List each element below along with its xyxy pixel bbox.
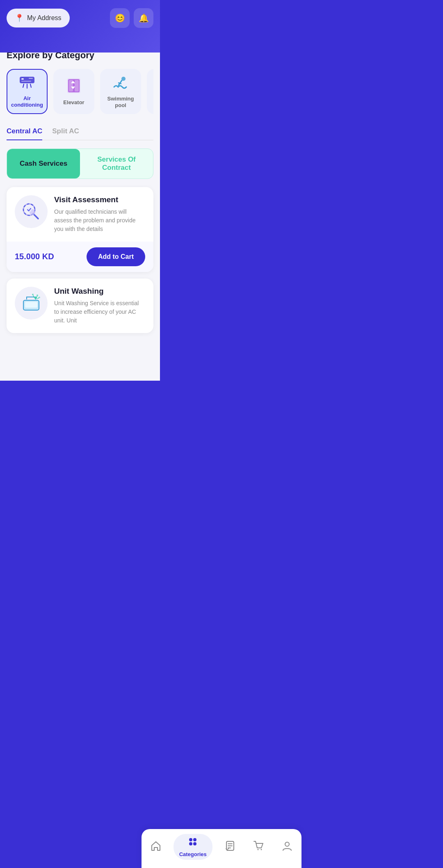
- svg-point-24: [37, 295, 38, 296]
- svg-point-26: [39, 297, 40, 298]
- visit-assessment-footer: 15.000 KD Add to Cart: [7, 242, 153, 272]
- support-icon: 😊: [115, 13, 125, 23]
- svg-rect-2: [21, 81, 31, 82]
- header-actions: 😊 🔔: [110, 8, 153, 28]
- main-content: Explore by Category Air conditioning: [0, 40, 160, 381]
- header: 📍 My Address 😊 🔔: [0, 0, 160, 53]
- address-label: My Address: [27, 14, 62, 22]
- support-button[interactable]: 😊: [110, 8, 130, 28]
- elevator-label: Elevator: [63, 99, 84, 106]
- visit-assessment-body: Visit Assessment Our qualified technicia…: [7, 187, 153, 242]
- unit-washing-title: Unit Washing: [54, 287, 145, 296]
- svg-point-25: [32, 294, 34, 295]
- svg-line-4: [23, 84, 24, 87]
- svg-line-6: [30, 84, 31, 87]
- tab-central-ac[interactable]: Central AC: [7, 127, 42, 140]
- elevator-icon: [66, 78, 81, 96]
- category-card-ac[interactable]: Air conditioning: [7, 69, 48, 114]
- cash-services-button[interactable]: Cash Services: [7, 149, 80, 178]
- ac-label: Air conditioning: [7, 95, 47, 108]
- notification-button[interactable]: 🔔: [134, 8, 153, 28]
- service-type-toggle: Cash Services Services Of Contract: [7, 148, 153, 179]
- contract-services-button[interactable]: Services Of Contract: [80, 149, 153, 178]
- category-card-elevator[interactable]: Elevator: [53, 69, 94, 114]
- add-to-cart-button-visit[interactable]: Add to Cart: [87, 247, 145, 266]
- tabs: Central AC Split AC: [7, 127, 153, 140]
- category-card-pool[interactable]: Swimming pool: [100, 69, 141, 114]
- unit-washing-card: Unit Washing Unit Washing Service is ess…: [7, 279, 153, 333]
- unit-washing-icon: [15, 287, 48, 320]
- visit-assessment-title: Visit Assessment: [54, 195, 145, 204]
- unit-washing-desc: Unit Washing Service is essential to inc…: [54, 299, 145, 325]
- visit-assessment-card: Visit Assessment Our qualified technicia…: [7, 187, 153, 272]
- tab-split-ac[interactable]: Split AC: [52, 127, 79, 140]
- visit-assessment-desc: Our qualified technicians will assess th…: [54, 208, 145, 233]
- unit-washing-info: Unit Washing Unit Washing Service is ess…: [54, 287, 145, 325]
- ac-icon: [19, 75, 35, 92]
- pool-label: Swimming pool: [101, 96, 140, 108]
- svg-rect-3: [29, 78, 33, 79]
- categories-scroll: Air conditioning Elevator: [7, 69, 153, 117]
- svg-rect-1: [21, 78, 24, 80]
- location-icon: 📍: [15, 14, 24, 23]
- visit-assessment-info: Visit Assessment Our qualified technicia…: [54, 195, 145, 233]
- svg-rect-10: [75, 80, 79, 91]
- bell-icon: 🔔: [139, 13, 149, 23]
- svg-rect-22: [25, 302, 37, 308]
- unit-washing-body: Unit Washing Unit Washing Service is ess…: [7, 279, 153, 333]
- pool-icon: [112, 75, 129, 92]
- address-button[interactable]: 📍 My Address: [7, 9, 70, 27]
- svg-rect-0: [20, 77, 34, 83]
- category-card-sanit[interactable]: ⚡: [147, 69, 153, 114]
- visit-assessment-price: 15.000 KD: [15, 252, 54, 261]
- visit-assessment-icon: [15, 195, 48, 228]
